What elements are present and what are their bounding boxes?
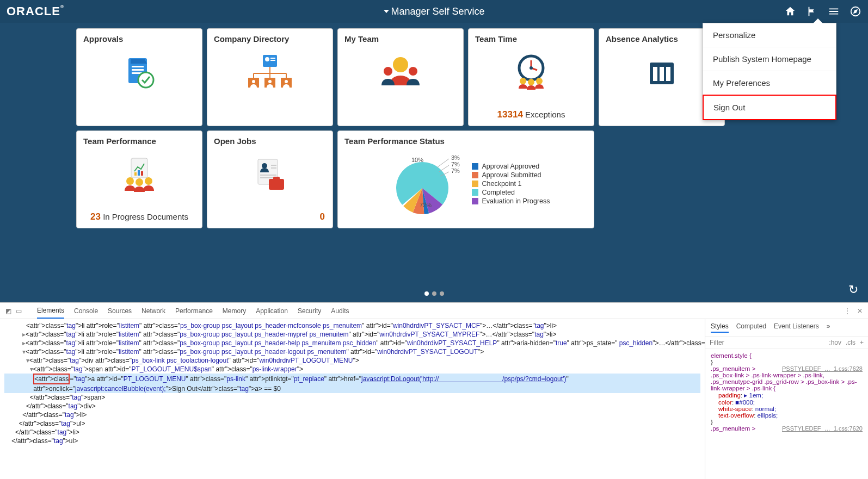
- inspect-element-icon[interactable]: ◩: [5, 307, 11, 315]
- svg-line-56: [439, 165, 449, 172]
- dot-2[interactable]: [432, 291, 436, 296]
- devtools-more-icon[interactable]: ⋮: [844, 307, 851, 315]
- open-jobs-icon: [214, 146, 326, 206]
- side-tab-more-icon[interactable]: »: [827, 322, 830, 333]
- tile-approvals[interactable]: Approvals: [76, 28, 202, 126]
- add-rule-icon[interactable]: +: [860, 339, 864, 346]
- oracle-logo: ORACLE®: [7, 4, 64, 18]
- tile-footer: 23 In Progress Documents: [77, 211, 202, 222]
- page-dots[interactable]: [424, 291, 444, 296]
- menu-my-preferences[interactable]: My Preferences: [703, 71, 836, 95]
- page-title[interactable]: Manager Self Service: [383, 6, 484, 17]
- tile-team-performance[interactable]: Team Performance 23 In Progress Document…: [76, 130, 202, 228]
- svg-text:7%: 7%: [451, 161, 460, 167]
- devtools-close-icon[interactable]: ✕: [857, 307, 863, 315]
- tab-audits[interactable]: Audits: [331, 304, 349, 318]
- svg-point-22: [384, 67, 392, 76]
- devtools-tabs: ◩ ▭ Elements Console Sources Network Per…: [0, 303, 868, 319]
- menu-icon[interactable]: [828, 5, 840, 17]
- tab-console[interactable]: Console: [74, 304, 98, 318]
- svg-point-20: [285, 80, 288, 83]
- devtools: ◩ ▭ Elements Console Sources Network Per…: [0, 302, 868, 479]
- menu-publish-homepage[interactable]: Publish System Homepage: [703, 47, 836, 71]
- hov-toggle[interactable]: :hov: [829, 339, 841, 346]
- svg-rect-32: [653, 67, 657, 81]
- menu-sign-out[interactable]: Sign Out: [703, 95, 836, 120]
- styles-filter-input[interactable]: [710, 339, 824, 346]
- dot-1[interactable]: [424, 291, 429, 296]
- flag-icon[interactable]: [806, 5, 818, 17]
- tile-open-jobs[interactable]: Open Jobs 0: [207, 130, 333, 228]
- dot-3[interactable]: [440, 291, 444, 296]
- tile-footer: 13314 Exceptions: [469, 109, 594, 120]
- svg-rect-36: [134, 172, 137, 176]
- svg-rect-33: [660, 67, 664, 81]
- svg-point-40: [136, 178, 143, 186]
- svg-rect-49: [273, 177, 280, 180]
- svg-text:7%: 7%: [451, 167, 460, 174]
- cls-toggle[interactable]: .cls: [846, 339, 855, 346]
- pie-chart: 72%10%3%7%7% Approval ApprovedApproval S…: [344, 146, 587, 222]
- side-tab-styles[interactable]: Styles: [711, 322, 729, 333]
- svg-rect-9: [270, 60, 275, 61]
- tile-title: Team Time: [475, 34, 587, 43]
- dom-tree[interactable]: <attr">class="tag">li attr">role="listit…: [0, 319, 705, 479]
- svg-point-41: [145, 177, 152, 185]
- svg-rect-2: [132, 66, 144, 67]
- svg-text:3%: 3%: [451, 154, 460, 161]
- svg-point-29: [528, 79, 534, 85]
- home-icon[interactable]: [784, 5, 796, 17]
- tab-performance[interactable]: Performance: [175, 304, 213, 318]
- tile-title: Absence Analytics: [606, 34, 718, 43]
- styles-panel: Styles Computed Event Listeners » :hov .…: [705, 319, 868, 479]
- svg-point-5: [138, 72, 153, 88]
- tile-company-directory[interactable]: Company Directory: [207, 28, 333, 126]
- tab-network[interactable]: Network: [141, 304, 165, 318]
- menu-personalize[interactable]: Personalize: [703, 23, 836, 47]
- absence-icon: [606, 43, 718, 103]
- header-actions: [784, 5, 861, 17]
- side-tab-computed[interactable]: Computed: [736, 322, 766, 333]
- svg-point-39: [126, 177, 134, 185]
- team-perf-icon: [83, 146, 195, 206]
- tile-title: My Team: [344, 34, 457, 43]
- tile-my-team[interactable]: My Team: [337, 28, 464, 126]
- svg-rect-44: [271, 165, 276, 166]
- svg-point-7: [265, 57, 269, 61]
- side-tab-listeners[interactable]: Event Listeners: [774, 322, 819, 333]
- svg-point-21: [393, 57, 408, 72]
- svg-point-28: [520, 78, 526, 84]
- tile-title: Approvals: [83, 34, 195, 43]
- tile-title: Team Performance: [83, 136, 195, 146]
- compass-icon[interactable]: [849, 5, 861, 17]
- svg-text:72%: 72%: [420, 202, 432, 208]
- tab-memory[interactable]: Memory: [223, 304, 246, 318]
- chart-legend: Approval ApprovedApproval SubmittedCheck…: [472, 161, 550, 206]
- tab-application[interactable]: Application: [256, 304, 288, 318]
- svg-point-23: [409, 67, 417, 76]
- svg-rect-45: [271, 167, 276, 169]
- svg-point-30: [536, 78, 543, 84]
- css-rules[interactable]: element.style { } PSSTYLEDEF_…_1.css:762…: [705, 349, 868, 435]
- svg-point-18: [252, 80, 255, 83]
- app-area: ORACLE® Manager Self Service Personalize…: [0, 0, 868, 302]
- my-team-icon: [344, 43, 457, 103]
- svg-rect-46: [260, 175, 276, 176]
- svg-point-19: [268, 80, 272, 83]
- tile-footer: 0: [207, 211, 333, 222]
- svg-point-27: [530, 66, 533, 70]
- tile-team-performance-status[interactable]: Team Performance Status 72%10%3%7%7% App…: [337, 130, 594, 228]
- tile-title: Open Jobs: [214, 136, 326, 146]
- svg-rect-37: [138, 170, 140, 176]
- svg-rect-38: [141, 171, 143, 176]
- tab-elements[interactable]: Elements: [37, 303, 64, 319]
- tab-sources[interactable]: Sources: [108, 304, 132, 318]
- svg-text:10%: 10%: [411, 157, 423, 163]
- svg-rect-8: [270, 58, 275, 59]
- tab-security[interactable]: Security: [298, 304, 321, 318]
- device-toggle-icon[interactable]: ▭: [16, 307, 22, 315]
- directory-icon: [214, 43, 326, 103]
- tile-team-time[interactable]: Team Time 13314 Exceptions: [468, 28, 594, 126]
- svg-rect-48: [269, 179, 284, 190]
- refresh-icon[interactable]: ↻: [848, 283, 858, 297]
